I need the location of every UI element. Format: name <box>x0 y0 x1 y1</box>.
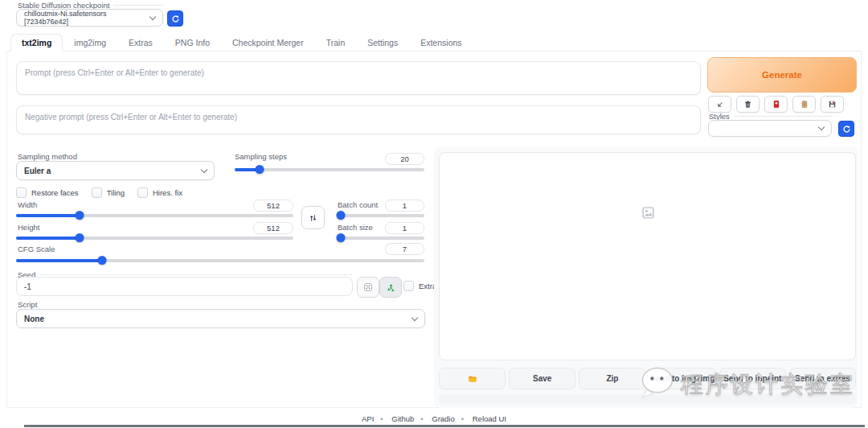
seed-input[interactable] <box>16 277 353 296</box>
slider-fill <box>16 214 80 217</box>
zip-button[interactable]: Zip <box>579 368 645 389</box>
tab-extensions[interactable]: Extensions <box>409 34 473 51</box>
paste-params-button[interactable] <box>708 96 731 113</box>
send-to-extras-button[interactable]: Send to extras <box>789 368 856 389</box>
slider-knob[interactable] <box>337 211 346 220</box>
negative-prompt-input[interactable] <box>16 105 701 134</box>
extra-seed-checkbox[interactable]: Extra <box>403 281 436 291</box>
reuse-seed-button[interactable] <box>379 277 402 298</box>
batch-size-input[interactable] <box>385 222 424 234</box>
save-style-button[interactable] <box>821 96 844 113</box>
label-text: Sampling steps <box>235 152 287 161</box>
styles-refresh-button[interactable] <box>838 121 854 137</box>
batch-count-input[interactable] <box>385 200 424 212</box>
height-label: Height <box>18 223 39 232</box>
tab-extras[interactable]: Extras <box>117 34 164 51</box>
sampling-steps-input[interactable] <box>385 153 424 165</box>
slider-knob[interactable] <box>97 256 106 265</box>
footer-link-github[interactable]: Github <box>391 414 414 423</box>
floppy-disk-icon <box>828 100 837 109</box>
random-seed-button[interactable] <box>357 277 379 298</box>
hires-fix-checkbox[interactable]: Hires. fix <box>137 187 182 198</box>
send-to-img2img-button[interactable]: Send to img2img <box>649 368 716 389</box>
batch-size-slider[interactable] <box>338 233 424 242</box>
chevron-down-icon <box>411 314 418 320</box>
slider-knob[interactable] <box>337 233 346 242</box>
chevron-down-icon <box>149 13 156 19</box>
folder-icon <box>467 374 478 384</box>
checkpoint-dropdown[interactable]: chilloutmix-Ni.safetensors [7234b76e42] <box>16 9 163 27</box>
label-text: Script <box>18 300 37 309</box>
output-gallery[interactable] <box>439 152 856 360</box>
styles-dropdown[interactable] <box>708 120 832 137</box>
sampling-method-value: Euler a <box>24 167 51 175</box>
script-value: None <box>24 315 44 323</box>
label-text: CFG Scale <box>18 245 55 253</box>
tab-txt2img[interactable]: txt2img <box>10 34 63 51</box>
width-label: Width <box>18 200 37 209</box>
arrow-down-left-icon <box>716 101 724 109</box>
tab-label: Extensions <box>420 38 461 47</box>
slider-knob[interactable] <box>76 233 84 242</box>
footer-link-gradio[interactable]: Gradio <box>432 414 455 423</box>
open-folder-button[interactable] <box>439 368 506 389</box>
checkbox-box <box>403 281 414 291</box>
slider-track <box>338 214 424 217</box>
cfg-scale-slider[interactable] <box>16 256 424 265</box>
button-label: Save <box>533 374 551 383</box>
send-to-inpaint-button[interactable]: Send to inpaint <box>719 368 786 389</box>
swap-arrows-icon <box>309 213 317 223</box>
sampling-steps-label: Sampling steps <box>235 152 287 161</box>
tiling-checkbox[interactable]: Tiling <box>92 187 125 198</box>
button-label: Send to extras <box>795 374 850 383</box>
button-label: Zip <box>606 374 618 383</box>
tab-label: PNG Info <box>175 38 210 47</box>
sampling-steps-slider[interactable] <box>235 165 424 174</box>
slider-track <box>338 237 424 240</box>
footer-link-reload-ui[interactable]: Reload UI <box>473 414 506 423</box>
height-slider[interactable] <box>16 233 293 242</box>
button-label: Send to img2img <box>650 374 715 383</box>
recycle-icon <box>386 282 396 293</box>
slider-knob[interactable] <box>255 165 264 174</box>
cfg-scale-input[interactable] <box>385 243 424 255</box>
checkpoint-refresh-button[interactable] <box>167 10 183 27</box>
script-dropdown[interactable]: None <box>16 309 425 328</box>
checkbox-box <box>16 187 27 198</box>
generate-label: Generate <box>762 70 802 80</box>
tab-img2img[interactable]: img2img <box>63 34 117 51</box>
tab-label: Settings <box>367 38 398 47</box>
footer-link-api[interactable]: API <box>362 414 374 423</box>
tab-checkpoint-merger[interactable]: Checkpoint Merger <box>221 34 315 51</box>
tab-label: txt2img <box>22 38 51 47</box>
footer-separator: • <box>380 414 383 423</box>
swap-dimensions-button[interactable] <box>301 206 325 229</box>
footer-separator: • <box>461 414 464 423</box>
slider-knob[interactable] <box>76 211 84 220</box>
extra-networks-button[interactable] <box>764 96 788 113</box>
generation-info-strip <box>439 394 856 404</box>
dice-icon <box>363 282 373 292</box>
restore-faces-checkbox[interactable]: Restore faces <box>16 187 79 198</box>
clear-prompt-button[interactable] <box>736 96 760 113</box>
generate-button[interactable]: Generate <box>707 57 857 93</box>
apply-style-button[interactable] <box>792 96 816 113</box>
width-input[interactable] <box>253 200 293 212</box>
width-slider[interactable] <box>16 211 293 220</box>
tab-png-info[interactable]: PNG Info <box>164 34 221 51</box>
label-text: Height <box>18 223 39 232</box>
batch-count-slider[interactable] <box>338 211 424 220</box>
save-button[interactable]: Save <box>509 368 575 389</box>
tab-train[interactable]: Train <box>315 34 357 51</box>
label-text: Batch size <box>338 223 373 232</box>
checkbox-label: Tiling <box>107 188 125 197</box>
sampling-method-dropdown[interactable]: Euler a <box>16 161 215 180</box>
bottom-window-bar <box>24 425 865 427</box>
height-input[interactable] <box>253 222 293 234</box>
footer-separator: • <box>420 414 423 423</box>
footer: API• Github• Gradio• Reload UI <box>0 414 868 423</box>
tab-label: Train <box>326 38 346 47</box>
prompt-input[interactable] <box>16 61 701 95</box>
script-label: Script <box>18 300 37 309</box>
tab-settings[interactable]: Settings <box>356 34 409 51</box>
